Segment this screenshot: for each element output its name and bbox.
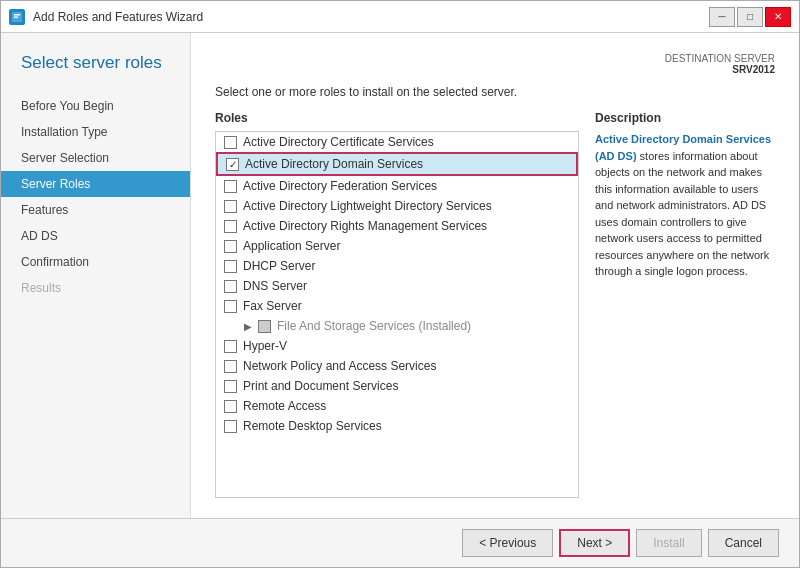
role-label-ad-rights: Active Directory Rights Management Servi… bbox=[243, 219, 487, 233]
maximize-button[interactable]: □ bbox=[737, 7, 763, 27]
role-item-app-server[interactable]: Application Server bbox=[216, 236, 578, 256]
checkbox-network-policy[interactable] bbox=[224, 360, 237, 373]
role-item-fax[interactable]: Fax Server bbox=[216, 296, 578, 316]
nav-item-server-roles[interactable]: Server Roles bbox=[1, 171, 190, 197]
checkbox-file-storage[interactable] bbox=[258, 320, 271, 333]
role-item-print-doc[interactable]: Print and Document Services bbox=[216, 376, 578, 396]
destination-label: DESTINATION SERVER bbox=[665, 53, 775, 64]
checkbox-app-server[interactable] bbox=[224, 240, 237, 253]
checkbox-ad-rights[interactable] bbox=[224, 220, 237, 233]
nav-item-confirmation[interactable]: Confirmation bbox=[1, 249, 190, 275]
svg-rect-1 bbox=[14, 14, 20, 16]
description-section: Description Active Directory Domain Serv… bbox=[595, 111, 775, 498]
minimize-button[interactable]: ─ bbox=[709, 7, 735, 27]
checkbox-dhcp[interactable] bbox=[224, 260, 237, 273]
role-label-fax: Fax Server bbox=[243, 299, 302, 313]
left-panel: Select server roles Before You BeginInst… bbox=[1, 33, 191, 518]
checkbox-remote-access[interactable] bbox=[224, 400, 237, 413]
role-item-hyper-v[interactable]: Hyper-V bbox=[216, 336, 578, 356]
checkbox-ad-lightweight[interactable] bbox=[224, 200, 237, 213]
nav-list: Before You BeginInstallation TypeServer … bbox=[1, 93, 190, 301]
checkbox-hyper-v[interactable] bbox=[224, 340, 237, 353]
nav-item-features[interactable]: Features bbox=[1, 197, 190, 223]
title-bar-controls: ─ □ ✕ bbox=[709, 7, 791, 27]
role-label-ad-domain: Active Directory Domain Services bbox=[245, 157, 423, 171]
role-item-remote-access[interactable]: Remote Access bbox=[216, 396, 578, 416]
checkbox-fax[interactable] bbox=[224, 300, 237, 313]
instruction-text: Select one or more roles to install on t… bbox=[215, 85, 775, 99]
nav-item-installation-type[interactable]: Installation Type bbox=[1, 119, 190, 145]
window-title: Add Roles and Features Wizard bbox=[33, 10, 203, 24]
destination-server-info: DESTINATION SERVER SRV2012 bbox=[215, 53, 775, 75]
checkbox-ad-cert[interactable] bbox=[224, 136, 237, 149]
server-name: SRV2012 bbox=[732, 64, 775, 75]
role-label-remote-desktop: Remote Desktop Services bbox=[243, 419, 382, 433]
role-item-ad-lightweight[interactable]: Active Directory Lightweight Directory S… bbox=[216, 196, 578, 216]
nav-item-before-you-begin[interactable]: Before You Begin bbox=[1, 93, 190, 119]
checkbox-ad-federation[interactable] bbox=[224, 180, 237, 193]
content-area: Select server roles Before You BeginInst… bbox=[1, 33, 799, 518]
role-item-network-policy[interactable]: Network Policy and Access Services bbox=[216, 356, 578, 376]
checkbox-print-doc[interactable] bbox=[224, 380, 237, 393]
role-label-ad-cert: Active Directory Certificate Services bbox=[243, 135, 434, 149]
role-label-file-storage: File And Storage Services (Installed) bbox=[277, 319, 471, 333]
nav-item-server-selection[interactable]: Server Selection bbox=[1, 145, 190, 171]
role-label-dhcp: DHCP Server bbox=[243, 259, 315, 273]
checkbox-remote-desktop[interactable] bbox=[224, 420, 237, 433]
role-item-file-storage[interactable]: ▶File And Storage Services (Installed) bbox=[216, 316, 578, 336]
nav-item-results: Results bbox=[1, 275, 190, 301]
main-panel: DESTINATION SERVER SRV2012 Select one or… bbox=[191, 33, 799, 518]
role-item-ad-rights[interactable]: Active Directory Rights Management Servi… bbox=[216, 216, 578, 236]
previous-button[interactable]: < Previous bbox=[462, 529, 553, 557]
roles-section: Roles Active Directory Certificate Servi… bbox=[215, 111, 579, 498]
roles-list[interactable]: Active Directory Certificate Services✓Ac… bbox=[215, 131, 579, 498]
role-label-dns: DNS Server bbox=[243, 279, 307, 293]
title-bar: Add Roles and Features Wizard ─ □ ✕ bbox=[1, 1, 799, 33]
description-header: Description bbox=[595, 111, 775, 125]
role-label-hyper-v: Hyper-V bbox=[243, 339, 287, 353]
role-label-app-server: Application Server bbox=[243, 239, 340, 253]
role-label-print-doc: Print and Document Services bbox=[243, 379, 398, 393]
role-label-ad-lightweight: Active Directory Lightweight Directory S… bbox=[243, 199, 492, 213]
roles-header: Roles bbox=[215, 111, 579, 125]
cancel-button[interactable]: Cancel bbox=[708, 529, 779, 557]
wizard-icon bbox=[9, 9, 25, 25]
description-text: Active Directory Domain Services (AD DS)… bbox=[595, 131, 775, 280]
role-label-network-policy: Network Policy and Access Services bbox=[243, 359, 436, 373]
description-highlight: Active Directory Domain Services (AD DS) bbox=[595, 133, 771, 162]
checkbox-dns[interactable] bbox=[224, 280, 237, 293]
page-title: Select server roles bbox=[1, 53, 190, 93]
checkbox-ad-domain[interactable]: ✓ bbox=[226, 158, 239, 171]
close-button[interactable]: ✕ bbox=[765, 7, 791, 27]
role-item-dhcp[interactable]: DHCP Server bbox=[216, 256, 578, 276]
role-item-ad-federation[interactable]: Active Directory Federation Services bbox=[216, 176, 578, 196]
title-bar-left: Add Roles and Features Wizard bbox=[9, 9, 203, 25]
next-button[interactable]: Next > bbox=[559, 529, 630, 557]
role-item-ad-cert[interactable]: Active Directory Certificate Services bbox=[216, 132, 578, 152]
role-item-dns[interactable]: DNS Server bbox=[216, 276, 578, 296]
role-label-ad-federation: Active Directory Federation Services bbox=[243, 179, 437, 193]
main-window: Add Roles and Features Wizard ─ □ ✕ Sele… bbox=[0, 0, 800, 568]
role-label-remote-access: Remote Access bbox=[243, 399, 326, 413]
footer: < Previous Next > Install Cancel bbox=[1, 518, 799, 567]
role-item-ad-domain[interactable]: ✓Active Directory Domain Services bbox=[216, 152, 578, 176]
nav-item-ad-ds[interactable]: AD DS bbox=[1, 223, 190, 249]
expand-icon-file-storage[interactable]: ▶ bbox=[244, 321, 256, 332]
role-item-remote-desktop[interactable]: Remote Desktop Services bbox=[216, 416, 578, 436]
roles-desc-container: Roles Active Directory Certificate Servi… bbox=[215, 111, 775, 498]
install-button[interactable]: Install bbox=[636, 529, 701, 557]
svg-rect-2 bbox=[14, 16, 18, 18]
